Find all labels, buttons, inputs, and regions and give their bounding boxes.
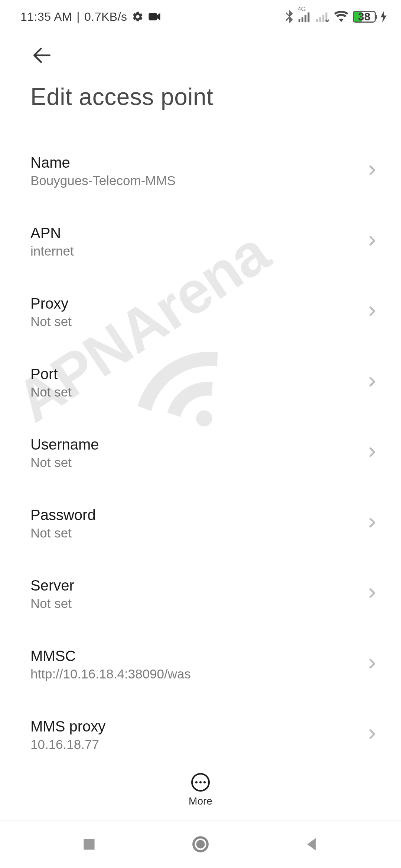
field-label: APN — [30, 225, 74, 241]
chevron-right-icon — [365, 305, 379, 319]
chevron-right-icon — [365, 234, 379, 249]
field-label: MMS proxy — [30, 718, 105, 735]
field-row-apn[interactable]: APN internet — [30, 207, 379, 277]
signal-nosim-icon — [316, 11, 330, 22]
field-label: Username — [30, 436, 99, 453]
nav-recent-button[interactable] — [65, 831, 113, 857]
battery-percent: 38 — [354, 12, 375, 22]
chevron-right-icon — [365, 445, 379, 460]
chevron-right-icon — [365, 164, 379, 178]
system-nav-bar — [0, 820, 401, 868]
field-value: Not set — [30, 526, 96, 540]
field-label: Server — [30, 577, 74, 594]
chevron-right-icon — [365, 727, 379, 742]
signal-4g-icon: 4G — [299, 11, 312, 22]
status-data-rate: 0.7KB/s — [84, 10, 127, 24]
gear-icon — [132, 11, 144, 23]
field-row-port[interactable]: Port Not set — [30, 348, 379, 418]
nav-back-button[interactable] — [288, 831, 336, 857]
network-label: 4G — [298, 6, 306, 13]
app-bar — [0, 29, 401, 72]
svg-rect-3 — [304, 15, 306, 22]
bottom-action-bar: More — [0, 764, 401, 816]
field-label: Port — [30, 366, 72, 382]
field-label: Password — [30, 507, 96, 523]
page-title-area: Edit access point — [0, 72, 401, 114]
back-button[interactable] — [30, 62, 53, 68]
field-value: Not set — [30, 385, 72, 400]
chevron-right-icon — [365, 375, 379, 390]
field-value: Not set — [30, 314, 72, 329]
svg-rect-1 — [299, 19, 300, 22]
field-row-mms-proxy[interactable]: MMS proxy 10.16.18.77 — [30, 700, 379, 771]
svg-rect-9 — [84, 839, 94, 849]
field-value: http://10.16.18.4:38090/was — [30, 667, 191, 681]
field-row-proxy[interactable]: Proxy Not set — [30, 277, 379, 348]
svg-rect-2 — [301, 17, 303, 22]
svg-rect-7 — [322, 15, 324, 22]
more-button[interactable]: More — [189, 773, 212, 807]
field-row-name[interactable]: Name Bouygues-Telecom-MMS — [30, 137, 379, 207]
chevron-right-icon — [365, 586, 379, 601]
field-value: Bouygues-Telecom-MMS — [30, 173, 176, 188]
field-value: Not set — [30, 455, 99, 470]
field-row-password[interactable]: Password Not set — [30, 489, 379, 559]
svg-rect-4 — [308, 13, 310, 22]
svg-rect-6 — [319, 17, 321, 22]
field-value: 10.16.18.77 — [30, 737, 105, 752]
camera-icon — [148, 12, 161, 22]
svg-rect-0 — [149, 13, 157, 20]
chevron-right-icon — [365, 657, 379, 672]
status-bar-right: 4G 38 — [284, 10, 387, 23]
battery-icon: 38 — [353, 11, 376, 23]
svg-point-11 — [196, 840, 205, 849]
field-value: Not set — [30, 596, 74, 611]
field-label: Name — [30, 154, 176, 171]
more-icon — [191, 773, 210, 792]
status-separator: | — [76, 10, 80, 24]
settings-list: APNArena Name Bouygues-Telecom-MMS APN i… — [0, 114, 401, 778]
status-bar: 11:35 AM | 0.7KB/s 4G 38 — [0, 0, 401, 29]
more-label: More — [189, 795, 212, 807]
status-time: 11:35 AM — [20, 10, 72, 24]
field-row-mmsc[interactable]: MMSC http://10.16.18.4:38090/was — [30, 630, 379, 700]
svg-rect-5 — [316, 19, 318, 22]
wifi-icon — [334, 11, 348, 22]
bluetooth-icon — [284, 10, 294, 23]
field-label: MMSC — [30, 648, 191, 664]
status-bar-left: 11:35 AM | 0.7KB/s — [20, 10, 161, 24]
page-title: Edit access point — [30, 83, 371, 111]
field-row-username[interactable]: Username Not set — [30, 418, 379, 489]
chevron-right-icon — [365, 516, 379, 531]
charging-bolt-icon — [380, 11, 387, 23]
field-value: internet — [30, 244, 74, 259]
nav-home-button[interactable] — [176, 831, 225, 857]
field-row-server[interactable]: Server Not set — [30, 559, 379, 630]
field-label: Proxy — [30, 295, 72, 312]
